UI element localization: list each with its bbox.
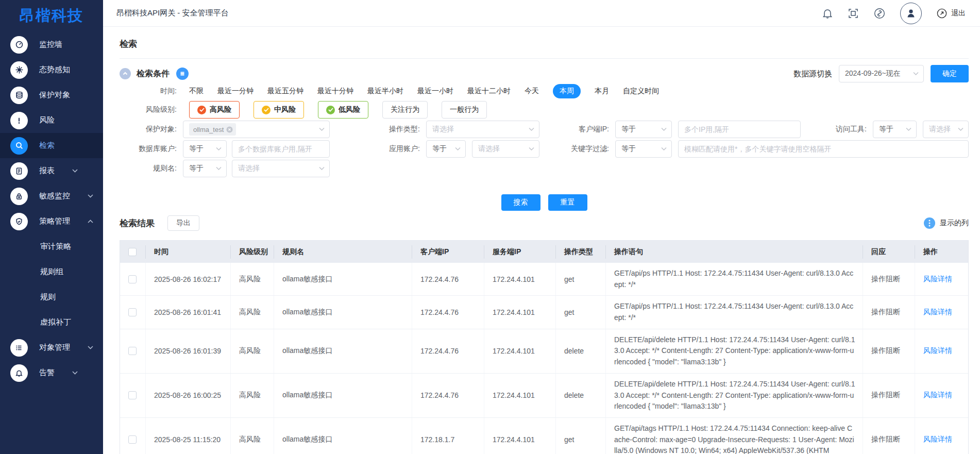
cell-server-ip: 172.24.4.101	[484, 329, 556, 373]
chevron-down-icon	[455, 147, 461, 151]
sidebar-item-protect[interactable]: 保护对象	[0, 82, 103, 108]
risk-button-1[interactable]: 中风险	[254, 101, 304, 119]
condition-menu-icon[interactable]	[176, 68, 189, 80]
op-type-placeholder: 请选择	[432, 125, 454, 134]
access-tool-select[interactable]: 请选择	[923, 121, 969, 138]
report-icon	[10, 162, 28, 180]
column-header-server-ip: 服务端IP	[484, 245, 556, 259]
column-header-time: 时间	[146, 245, 231, 259]
time-options: 不限最近一分钟最近五分钟最近十分钟最近半小时最近一小时最近十二小时今天本周本月自…	[189, 84, 659, 98]
time-option-5[interactable]: 最近一小时	[417, 84, 453, 98]
app-account-op-select[interactable]: 等于	[426, 140, 466, 158]
cell-rule-name: ollama敏感接口	[274, 374, 412, 417]
time-option-2[interactable]: 最近五分钟	[267, 84, 303, 98]
db-account-op-select[interactable]: 等于	[183, 140, 227, 158]
confirm-button[interactable]: 确定	[931, 65, 969, 82]
check-circle-icon	[197, 106, 206, 114]
risk-detail-link[interactable]: 风险详情	[923, 391, 952, 400]
app-window: 昂楷科技 监控墙态势感知保护对象风险检索报表敏感监控策略管理审计策略规则组规则虚…	[0, 0, 980, 454]
row-checkbox[interactable]	[128, 435, 137, 444]
datasource-switch: 数据源切换 2024-09-26~现在 确定	[793, 65, 969, 82]
chevron-up-icon	[88, 220, 93, 223]
close-icon[interactable]	[226, 126, 233, 133]
sidebar-item-report[interactable]: 报表	[0, 158, 103, 183]
access-tool-op-select[interactable]: 等于	[873, 121, 917, 138]
sidebar-subitem[interactable]: 虚拟补丁	[0, 310, 103, 335]
export-button[interactable]: 导出	[167, 215, 199, 231]
rule-name-op-select[interactable]: 等于	[183, 160, 227, 177]
app-account-op-value: 等于	[432, 144, 447, 154]
rule-name-select[interactable]: 请选择	[232, 160, 330, 177]
logout-button[interactable]: 退出	[936, 8, 966, 19]
cell-rule-name: ollama敏感接口	[274, 263, 412, 295]
sidebar-subitem[interactable]: 审计策略	[0, 234, 103, 259]
sidebar-subitem[interactable]: 规则组	[0, 259, 103, 284]
row-checkbox[interactable]	[128, 275, 137, 283]
policy-icon	[10, 213, 28, 230]
risk-label: 风险级别:	[120, 105, 177, 114]
time-option-6[interactable]: 最近十二小时	[467, 84, 511, 98]
app-title: 昂楷科技API网关 - 安全管理平台	[116, 8, 229, 18]
cell-time: 2025-08-26 16:02:17	[146, 263, 231, 295]
datasource-select[interactable]: 2024-09-26~现在	[839, 65, 924, 82]
sidebar-item-risk[interactable]: 风险	[0, 108, 103, 133]
link-icon[interactable]	[873, 7, 886, 20]
risk-detail-link[interactable]: 风险详情	[923, 275, 952, 284]
db-account-input[interactable]	[232, 140, 330, 158]
sidebar-item-dashboard[interactable]: 监控墙	[0, 32, 103, 57]
select-all-checkbox[interactable]	[128, 248, 137, 256]
risk-detail-link[interactable]: 风险详情	[923, 346, 952, 356]
row-checkbox[interactable]	[128, 347, 137, 355]
protect-select[interactable]: ollma_test	[183, 121, 330, 138]
row-checkbox[interactable]	[128, 391, 137, 399]
chevron-down-icon	[913, 72, 919, 76]
risk-options: 高风险中风险低风险关注行为一般行为	[189, 101, 487, 119]
cell-op-type: delete	[556, 374, 606, 417]
fullscreen-icon[interactable]	[848, 8, 859, 19]
condition-header: 检索条件 数据源切换 2024-09-26~现在 确定	[120, 66, 969, 81]
risk-button-4[interactable]: 一般行为	[442, 101, 487, 119]
risk-button-2[interactable]: 低风险	[318, 101, 368, 119]
time-option-10[interactable]: 自定义时间	[623, 84, 659, 98]
reset-button[interactable]: 重置	[548, 194, 587, 211]
sidebar-item-objects[interactable]: 对象管理	[0, 335, 103, 360]
sidebar-item-alarm[interactable]: 告警	[0, 360, 103, 385]
rule-name-op-value: 等于	[189, 164, 204, 173]
keyword-op-select[interactable]: 等于	[615, 140, 672, 158]
risk-button-0[interactable]: 高风险	[189, 101, 240, 119]
avatar[interactable]	[900, 3, 922, 24]
sidebar-item-label: 告警	[39, 368, 55, 378]
column-header-op-type: 操作类型	[556, 245, 606, 259]
time-option-7[interactable]: 今天	[525, 84, 539, 98]
sidebar-item-sensitive[interactable]: 敏感监控	[0, 183, 103, 209]
time-option-0[interactable]: 不限	[189, 84, 204, 98]
logout-label: 退出	[951, 9, 966, 18]
client-ip-op-select[interactable]: 等于	[615, 121, 672, 138]
results-table: 时间风险级别规则名客户端IP服务端IP操作类型操作语句回应操作 2025-08-…	[120, 240, 969, 454]
protect-tag-label: ollma_test	[193, 126, 224, 133]
risk-button-3[interactable]: 关注行为	[382, 101, 428, 119]
time-option-1[interactable]: 最近一分钟	[217, 84, 254, 98]
time-option-8[interactable]: 本周	[553, 84, 581, 98]
time-option-3[interactable]: 最近十分钟	[317, 84, 353, 98]
rule-name-placeholder: 请选择	[238, 164, 260, 173]
row-checkbox[interactable]	[128, 308, 137, 316]
show-columns-button[interactable]: 显示的列	[924, 217, 969, 229]
keyword-input[interactable]	[678, 140, 969, 158]
cell-response: 操作阻断	[863, 374, 915, 417]
risk-button-label: 中风险	[274, 105, 296, 114]
sidebar-subitem[interactable]: 规则	[0, 284, 103, 310]
cell-server-ip: 172.24.4.101	[484, 263, 556, 295]
sidebar-item-situation[interactable]: 态势感知	[0, 57, 103, 82]
search-button[interactable]: 搜索	[501, 194, 540, 211]
time-option-4[interactable]: 最近半小时	[367, 84, 403, 98]
bell-icon[interactable]	[822, 8, 833, 19]
risk-detail-link[interactable]: 风险详情	[923, 435, 952, 444]
statement-text: GET/api/ps HTTP/1.1 Host: 172.24.4.75:11…	[614, 301, 855, 323]
sidebar-item-search[interactable]: 检索	[0, 133, 103, 158]
risk-detail-link[interactable]: 风险详情	[923, 308, 952, 317]
time-option-9[interactable]: 本月	[595, 84, 609, 98]
column-header-response: 回应	[863, 245, 915, 259]
sidebar-item-policy[interactable]: 策略管理	[0, 209, 103, 234]
collapse-icon[interactable]	[120, 68, 131, 79]
